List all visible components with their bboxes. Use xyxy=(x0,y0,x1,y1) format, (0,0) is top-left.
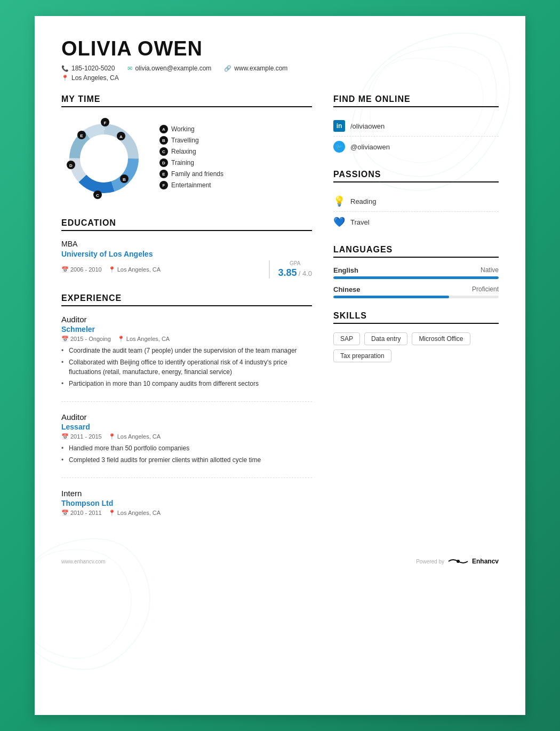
edu-years: 📅2006 - 2010 xyxy=(61,266,102,273)
lang-chinese-bar-fill xyxy=(333,296,449,298)
exp-meta-1: 📅2015 - Ongoing 📍Los Angeles, CA xyxy=(61,336,312,343)
svg-text:E: E xyxy=(80,133,83,138)
location-contact: 📍 Los Angeles, CA xyxy=(61,74,119,82)
legend-item-a: A Working xyxy=(159,125,223,133)
legend-item-f: F Entertainment xyxy=(159,181,223,189)
edu-school: University of Los Angeles xyxy=(61,250,312,258)
chart-legend: A Working B Travelling C Relaxing D xyxy=(159,125,223,192)
heart-icon: 💙 xyxy=(333,216,345,228)
legend-dot-d: D xyxy=(159,158,168,167)
passion-travel: 💙 Travel xyxy=(333,212,499,232)
linkedin-handle: /oliviaowen xyxy=(350,122,385,130)
legend-label-a: Working xyxy=(171,125,195,133)
exp-bullet-1-3: Participation in more than 10 company au… xyxy=(61,379,312,388)
right-column: FIND ME ONLINE in /oliviaowen 🐦 @oliviao… xyxy=(333,94,499,541)
lang-chinese-header: Chinese Proficient xyxy=(333,285,499,293)
exp-years-1: 📅2015 - Ongoing xyxy=(61,336,111,343)
passion-reading: 💡 Reading xyxy=(333,191,499,212)
exp-location-2: 📍Los Angeles, CA xyxy=(108,433,161,440)
exp-bullets-2: Handled more than 50 portfolio companies… xyxy=(61,443,312,465)
svg-point-20 xyxy=(457,560,460,563)
exp-meta-3: 📅2010 - 2011 📍Los Angeles, CA xyxy=(61,510,312,517)
donut-chart: A B C D E xyxy=(61,116,147,201)
location-row: 📍 Los Angeles, CA xyxy=(61,74,499,82)
exp-years-3: 📅2010 - 2011 xyxy=(61,510,102,517)
legend-label-f: Entertainment xyxy=(171,181,211,189)
exp-company-1: Schmeler xyxy=(61,325,312,333)
exp-item-thompson: Intern Thompson Ltd 📅2010 - 2011 📍Los An… xyxy=(61,489,312,530)
website-url: www.example.com xyxy=(234,65,287,72)
legend-dot-a: A xyxy=(159,125,168,133)
email-contact: ✉ olivia.owen@example.com xyxy=(127,65,211,72)
passion-travel-label: Travel xyxy=(350,218,370,226)
education-section: EDUCATION MBA University of Los Angeles … xyxy=(61,218,312,279)
social-twitter[interactable]: 🐦 @oliviaowen xyxy=(333,137,499,157)
legend-label-b: Travelling xyxy=(171,137,199,144)
powered-by-label: Powered by xyxy=(416,559,444,565)
exp-bullet-1-1: Coordinate the audit team (7 people) und… xyxy=(61,346,312,355)
edu-location: 📍Los Angeles, CA xyxy=(108,266,161,273)
phone-contact: 📞 185-1020-5020 xyxy=(61,65,115,72)
passion-reading-label: Reading xyxy=(350,197,376,205)
lang-chinese-bar-bg xyxy=(333,296,499,298)
footer: www.enhancv.com Powered by Enhancv xyxy=(61,557,499,566)
location-text: Los Angeles, CA xyxy=(71,74,119,82)
edu-degree: MBA xyxy=(61,240,312,248)
passions-title: PASSIONS xyxy=(333,170,499,182)
lang-chinese-level: Proficient xyxy=(472,285,499,293)
gpa-score: 3.85 xyxy=(278,267,297,278)
exp-company-3: Thompson Ltd xyxy=(61,499,312,507)
contact-row: 📞 185-1020-5020 ✉ olivia.owen@example.co… xyxy=(61,65,499,72)
edu-meta: 📅2006 - 2010 📍Los Angeles, CA GPA 3.85 /… xyxy=(61,260,312,279)
education-title: EDUCATION xyxy=(61,218,312,231)
exp-bullet-1-2: Collaborated with Beijing office to iden… xyxy=(61,357,312,377)
legend-dot-c: C xyxy=(159,147,168,156)
skill-microsoft-office: Microsoft Office xyxy=(412,332,470,345)
passions-section: PASSIONS 💡 Reading 💙 Travel xyxy=(333,170,499,232)
svg-point-6 xyxy=(82,136,126,181)
exp-item-schmeler: Auditor Schmeler 📅2015 - Ongoing 📍Los An… xyxy=(61,315,312,402)
languages-title: LANGUAGES xyxy=(333,245,499,258)
exp-bullet-2-1: Handled more than 50 portfolio companies xyxy=(61,443,312,453)
email-icon: ✉ xyxy=(127,65,132,72)
my-time-section: MY TIME xyxy=(61,94,312,201)
svg-text:D: D xyxy=(69,163,73,168)
exp-meta-2: 📅2011 - 2015 📍Los Angeles, CA xyxy=(61,433,312,440)
exp-title-2: Auditor xyxy=(61,412,312,422)
main-layout: MY TIME xyxy=(61,94,499,541)
brand-name: Enhancv xyxy=(472,558,499,565)
legend-dot-f: F xyxy=(159,181,168,189)
exp-item-lessard: Auditor Lessard 📅2011 - 2015 📍Los Angele… xyxy=(61,412,312,478)
legend-item-d: D Training xyxy=(159,158,223,167)
location-icon: 📍 xyxy=(61,75,69,82)
svg-text:A: A xyxy=(119,134,123,139)
lang-english-header: English Native xyxy=(333,266,499,274)
phone-number: 185-1020-5020 xyxy=(71,65,115,72)
bulb-icon: 💡 xyxy=(333,195,345,207)
gpa-total: / 4.0 xyxy=(299,269,312,277)
exp-location-1: 📍Los Angeles, CA xyxy=(117,336,170,343)
website-contact: 🔗 www.example.com xyxy=(224,65,287,72)
exp-title-1: Auditor xyxy=(61,315,312,324)
legend-label-c: Relaxing xyxy=(171,148,196,155)
lang-english-bar-bg xyxy=(333,276,499,279)
lang-english-name: English xyxy=(333,266,358,274)
social-linkedin[interactable]: in /oliviaowen xyxy=(333,116,499,137)
experience-section: EXPERIENCE Auditor Schmeler 📅2015 - Ongo… xyxy=(61,293,312,530)
exp-title-3: Intern xyxy=(61,489,312,498)
exp-company-2: Lessard xyxy=(61,423,312,431)
languages-section: LANGUAGES English Native Chinese Profici… xyxy=(333,245,499,298)
powered-by: Powered by Enhancv xyxy=(416,557,499,566)
my-time-title: MY TIME xyxy=(61,94,312,107)
skill-data-entry: Data entry xyxy=(364,332,407,345)
lang-chinese: Chinese Proficient xyxy=(333,285,499,298)
lang-chinese-name: Chinese xyxy=(333,285,361,293)
twitter-icon: 🐦 xyxy=(333,141,345,153)
legend-item-b: B Travelling xyxy=(159,136,223,145)
exp-years-2: 📅2011 - 2015 xyxy=(61,433,102,440)
skills-section: SKILLS SAP Data entry Microsoft Office T… xyxy=(333,311,499,362)
gpa-label: GPA xyxy=(278,260,312,266)
legend-item-e: E Family and friends xyxy=(159,170,223,178)
lang-english-level: Native xyxy=(481,266,499,274)
footer-website: www.enhancv.com xyxy=(61,559,106,565)
